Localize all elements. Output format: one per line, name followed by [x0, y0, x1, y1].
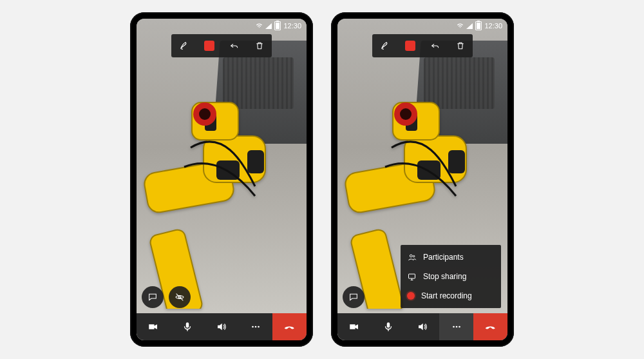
- battery-icon: [475, 21, 482, 30]
- more-icon[interactable]: [238, 313, 272, 340]
- menu-item-start-recording[interactable]: Start recording: [401, 286, 501, 306]
- undo-icon[interactable]: [222, 34, 247, 57]
- undo-icon[interactable]: [422, 34, 448, 57]
- svg-point-23: [413, 255, 415, 257]
- phone-frame-left: 12:30: [130, 12, 313, 347]
- menu-label: Participants: [423, 253, 464, 262]
- trash-icon[interactable]: [247, 34, 272, 57]
- menu-label: Start recording: [421, 291, 472, 300]
- floating-buttons: [142, 286, 191, 308]
- wifi-icon: [256, 23, 263, 30]
- svg-point-10: [252, 326, 254, 328]
- mask-off-icon[interactable]: [169, 286, 191, 308]
- screen-right: 12:30: [337, 19, 507, 340]
- svg-point-21: [400, 108, 412, 120]
- more-icon[interactable]: [439, 313, 473, 340]
- status-time: 12:30: [484, 22, 502, 30]
- chat-icon[interactable]: [142, 286, 164, 308]
- svg-point-25: [453, 326, 455, 328]
- svg-point-27: [459, 326, 460, 328]
- menu-item-stop-sharing[interactable]: Stop sharing: [401, 267, 501, 286]
- pen-icon[interactable]: [171, 34, 196, 57]
- phone-frame-right: 12:30: [331, 12, 514, 347]
- annotation-toolbar: [372, 34, 473, 57]
- annotation-toolbar: [171, 34, 272, 57]
- chat-icon[interactable]: [343, 286, 365, 308]
- pen-icon[interactable]: [372, 34, 397, 57]
- record-icon: [407, 292, 415, 300]
- svg-point-12: [258, 326, 260, 328]
- svg-point-8: [199, 108, 211, 120]
- video-icon[interactable]: [137, 313, 171, 340]
- status-bar: 12:30: [137, 19, 307, 32]
- svg-point-26: [455, 326, 457, 328]
- menu-item-participants[interactable]: Participants: [401, 247, 501, 267]
- canvas: 12:30: [0, 0, 644, 359]
- trash-icon[interactable]: [448, 34, 473, 57]
- color-swatch-red[interactable]: [397, 34, 422, 57]
- svg-rect-24: [409, 274, 415, 278]
- status-time: 12:30: [283, 22, 301, 30]
- color-swatch-red[interactable]: [196, 34, 222, 57]
- signal-icon: [466, 23, 473, 29]
- speaker-icon[interactable]: [406, 313, 440, 340]
- more-menu: Participants Stop sharing Start recordin…: [401, 245, 501, 308]
- svg-point-22: [410, 255, 412, 257]
- svg-point-11: [254, 326, 256, 328]
- participants-icon: [407, 253, 417, 262]
- menu-label: Stop sharing: [423, 272, 466, 281]
- speaker-icon[interactable]: [205, 313, 239, 340]
- status-bar: 12:30: [337, 19, 507, 32]
- mic-icon[interactable]: [171, 313, 205, 340]
- mic-icon[interactable]: [372, 313, 406, 340]
- svg-rect-18: [448, 150, 465, 173]
- battery-icon: [274, 21, 281, 30]
- signal-icon: [265, 23, 272, 29]
- svg-rect-5: [247, 150, 264, 173]
- end-call-icon[interactable]: [473, 313, 507, 340]
- end-call-icon[interactable]: [272, 313, 307, 340]
- stop-sharing-icon: [407, 272, 417, 282]
- video-icon[interactable]: [337, 313, 372, 340]
- call-bottom-bar: [137, 313, 307, 340]
- call-bottom-bar: [337, 313, 507, 340]
- wifi-icon: [457, 23, 464, 30]
- screen-left: 12:30: [137, 19, 307, 340]
